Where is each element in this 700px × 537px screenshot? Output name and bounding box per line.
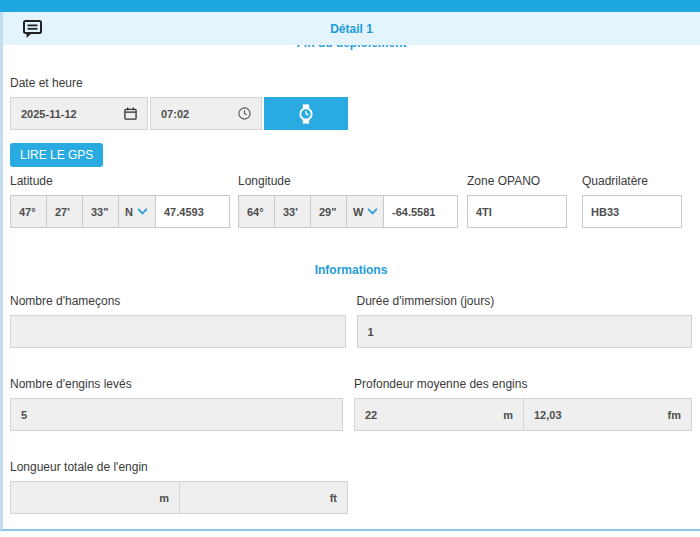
depth-label: Profondeur moyenne des engins [354,377,692,391]
length-feet-input[interactable]: ft [179,481,348,514]
longitude-direction-select[interactable]: W [347,196,384,227]
latitude-seconds-input[interactable]: 33" [83,196,119,227]
longitude-input-group: 64° 33' 29" W -64.5581 [238,195,458,228]
datetime-label: Date et heure [10,76,692,90]
latitude-label: Latitude [10,174,230,188]
top-status-bar [0,0,700,12]
zone-opano-input[interactable]: 4TI [467,195,567,228]
depth-fathoms-input[interactable]: 12,03 fm [523,398,692,431]
quadrilatere-input[interactable]: HB33 [582,195,682,228]
time-input[interactable]: 07:02 [150,97,262,130]
latitude-input-group: 47° 27' 33" N 47.4593 [10,195,230,228]
read-gps-button[interactable]: LIRE LE GPS [10,143,103,167]
length-metres-unit: m [159,492,169,504]
depth-input-group: 22 m 12,03 fm [354,398,692,431]
gears-hauled-input[interactable]: 5 [10,398,343,431]
gears-hauled-label: Nombre d'engins levés [10,377,343,391]
chevron-down-icon [137,208,148,215]
detail-panel: Détail 1 Fin du déploiement Date et heur… [0,12,700,531]
set-current-time-button[interactable] [264,97,348,130]
latitude-degrees-input[interactable]: 47° [11,196,47,227]
longitude-label: Longitude [238,174,458,188]
length-metres-input[interactable]: m [10,481,179,514]
longitude-seconds-input[interactable]: 29" [311,196,347,227]
immersion-input[interactable]: 1 [357,315,693,348]
hooks-input[interactable] [10,315,346,348]
date-input[interactable]: 2025-11-12 [10,97,148,130]
depth-metres-value: 22 [365,409,377,421]
length-input-group: m ft [10,481,348,514]
latitude-minutes-input[interactable]: 27' [47,196,83,227]
longitude-decimal-input[interactable]: -64.5581 [384,196,456,227]
section-title-informations: Informations [10,263,692,277]
quadrilatere-label: Quadrilatère [582,174,682,188]
hooks-label: Nombre d'hameçons [10,294,346,308]
watch-icon [295,103,317,125]
latitude-direction-value: N [125,206,133,218]
longitude-direction-value: W [353,206,363,218]
page-title: Détail 1 [3,22,700,36]
calendar-icon [124,107,137,120]
time-value: 07:02 [161,108,189,120]
length-label: Longueur totale de l'engin [10,460,348,474]
depth-fathoms-unit: fm [668,409,681,421]
depth-fathoms-value: 12,03 [534,409,562,421]
longitude-degrees-input[interactable]: 64° [239,196,275,227]
form-content: Date et heure 2025-11-12 [3,76,700,514]
clock-icon [238,107,251,120]
depth-metres-input[interactable]: 22 m [354,398,523,431]
date-value: 2025-11-12 [21,108,77,120]
zone-opano-label: Zone OPANO [467,174,567,188]
app-window: Détail 1 Fin du déploiement Date et heur… [0,0,700,537]
immersion-label: Durée d'immersion (jours) [357,294,693,308]
longitude-minutes-input[interactable]: 33' [275,196,311,227]
latitude-direction-select[interactable]: N [119,196,156,227]
latitude-decimal-input[interactable]: 47.4593 [156,196,228,227]
chevron-down-icon [367,208,378,215]
panel-header: Détail 1 [3,12,700,45]
depth-metres-unit: m [503,409,513,421]
length-feet-unit: ft [330,492,337,504]
